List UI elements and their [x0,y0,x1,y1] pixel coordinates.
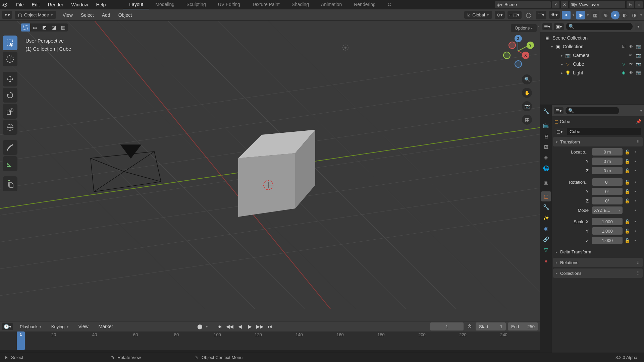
pan-button[interactable]: ✋ [522,88,532,98]
datablock-selector[interactable]: ▢▾ [554,128,565,135]
axis-neg-x[interactable] [508,42,516,49]
eye-icon[interactable]: 👁 [628,52,634,58]
proportional-falloff[interactable]: ⌒▾ [536,11,546,19]
jump-prev-key[interactable]: ◀◀ [226,322,234,330]
axis-z[interactable]: Z [515,35,522,42]
gizmo-dropdown[interactable]: ▾ [573,13,574,17]
anim-dot[interactable]: • [632,237,639,244]
perspective-toggle-button[interactable]: ▦ [522,115,532,125]
new-scene-button[interactable]: ⎘ [552,1,559,8]
menu-render[interactable]: Render [44,1,67,9]
tool-rotate[interactable] [3,88,17,103]
scale-z-field[interactable]: 1.000 [592,237,623,244]
overlay-toggle[interactable]: ◉ [576,11,585,19]
ptab-particles[interactable]: ✨ [541,213,551,223]
tool-transform[interactable] [3,120,17,135]
lock-icon[interactable]: 🔓 [624,167,631,174]
pivot-dropdown[interactable]: ⊙▾ [495,11,505,19]
tab-more[interactable]: C [382,0,397,9]
timeline-ruler[interactable]: 1 20 40 60 80 100 120 140 160 180 200 22… [0,331,540,350]
tree-camera[interactable]: ▸ 📷 Camera 👁📷 [542,51,643,60]
anim-dot[interactable]: • [632,188,639,195]
select-box-add[interactable]: ◩ [40,23,49,32]
tree-cube[interactable]: ▸ ▽ Cube ▽👁📷 [542,60,643,68]
shading-wireframe[interactable]: ⊕ [601,11,610,19]
anim-dot[interactable]: • [632,167,639,174]
select-box-intersect[interactable]: ▨ [58,23,68,32]
props-editor-type[interactable]: ☰▾ [554,107,564,114]
jump-next-key[interactable]: ▶▶ [256,322,264,330]
select-box-sub[interactable]: ◪ [49,23,58,32]
n-panel-toggle[interactable]: ‹ [537,22,540,30]
menu-view[interactable]: View [59,11,77,19]
anim-dot[interactable]: • [632,178,639,186]
tree-light[interactable]: ▸ 💡 Light ◉👁📷 [542,68,643,77]
new-viewlayer-button[interactable]: ⎘ [627,1,634,8]
rot-mode-dropdown[interactable]: XYZ E...▾ [592,206,623,214]
light-object[interactable] [343,45,348,50]
autokey-toggle[interactable]: ⬤ [196,322,204,330]
anim-dot[interactable]: • [632,218,639,225]
axis-y[interactable]: Y [527,42,534,49]
end-frame-field[interactable]: End250 [508,322,538,330]
datablock-name-input[interactable] [567,128,641,135]
editor-type-dropdown[interactable]: ✦▾ [2,11,12,19]
snap-toggle[interactable]: ⌐ ⬚▾ [507,11,522,19]
tree-collection[interactable]: ▾ ▣ Collection ☑👁📷 [542,42,643,51]
lock-icon[interactable]: 🔓 [624,178,631,186]
tree-scene-collection[interactable]: ▣ Scene Collection [542,34,643,42]
lock-icon[interactable]: 🔓 [624,237,631,244]
render-icon[interactable]: 📷 [635,70,641,76]
expand-icon[interactable]: ▾ [551,45,553,49]
preview-range-toggle[interactable]: ⏱ [466,322,474,330]
tool-add-cube[interactable]: + [3,176,17,191]
axis-neg-y[interactable] [503,52,511,59]
panel-relations[interactable]: ▸Relations⠿ [553,258,643,267]
tool-annotate[interactable] [3,140,17,155]
tl-menu-view[interactable]: View [75,322,92,330]
data-icon[interactable]: ◉ [621,70,627,76]
overlay-dropdown[interactable]: ▾ [587,13,589,17]
menu-file[interactable]: File [12,1,28,9]
anim-dot[interactable]: • [632,158,639,165]
lock-icon[interactable]: 🔓 [624,218,631,225]
tool-scale[interactable] [3,104,17,119]
anim-dot[interactable]: • [632,206,639,214]
3d-viewport[interactable]: ▭ ◩ ◪ ▨ User Perspective (1) Collection … [0,21,540,321]
scene-selector[interactable]: ◈▾ [495,1,551,8]
tab-sculpting[interactable]: Sculpting [180,0,212,9]
ptab-viewlayer[interactable]: 🖼 [541,142,551,152]
shading-rendered[interactable]: ◑ [630,11,638,19]
loc-x-field[interactable]: 0 m [592,148,623,156]
jump-start[interactable]: ⏮ [216,322,224,330]
play-reverse[interactable]: ◀ [236,322,244,330]
ptab-constraints[interactable]: 🔗 [541,234,551,244]
axis-neg-z[interactable] [515,60,522,68]
menu-add[interactable]: Add [98,11,114,19]
tab-uv-editing[interactable]: UV Editing [212,0,246,9]
outliner-search[interactable]: 🔍 [566,23,633,30]
tl-menu-playback[interactable]: Playback ▾ [16,323,45,330]
axis-x[interactable]: X [522,52,529,59]
menu-window[interactable]: Window [67,1,92,9]
proportional-edit-toggle[interactable]: ◯ [524,11,533,19]
tool-move[interactable] [3,72,17,86]
shading-material[interactable]: ◐ [620,11,629,19]
panel-delta-transform[interactable]: ▸Delta Transform [553,247,643,256]
ptab-collection[interactable]: ▣ [541,177,551,187]
tab-rendering[interactable]: Rendering [348,0,382,9]
render-icon[interactable]: 📷 [635,61,641,67]
menu-help[interactable]: Help [92,1,110,9]
lock-icon[interactable]: 🔓 [624,148,631,156]
select-box[interactable]: ▭ [30,23,40,32]
viewport-options-dropdown[interactable]: Options ▾ [511,24,537,32]
pin-icon[interactable]: 📌 [636,119,641,124]
camera-object[interactable] [91,145,161,192]
mode-dropdown[interactable]: ▢ Object Mode ▾ [15,11,56,19]
timeline-editor-type[interactable]: 🕒▾ [2,323,13,330]
outliner-display-mode[interactable]: ▣▾ [554,23,564,30]
ptab-material[interactable]: ● [541,256,551,266]
tl-menu-keying[interactable]: Keying ▾ [48,323,72,330]
tab-shading[interactable]: Shading [286,0,315,9]
rot-y-field[interactable]: 0° [592,188,623,195]
